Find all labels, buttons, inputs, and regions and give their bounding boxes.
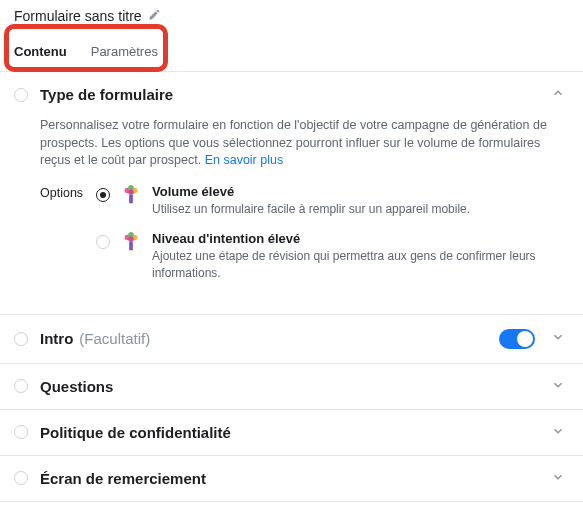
- form-title[interactable]: Formulaire sans titre: [14, 8, 142, 24]
- section-header-thankyou[interactable]: Écran de remerciement: [0, 456, 583, 501]
- radio-option-volume[interactable]: Volume élevé Utilisez un formulaire faci…: [96, 184, 569, 218]
- section-thankyou: Écran de remerciement: [0, 456, 583, 502]
- section-header-privacy[interactable]: Politique de confidentialité: [0, 410, 583, 455]
- radio-desc: Ajoutez une étape de révision qui permet…: [152, 248, 569, 282]
- chevron-down-icon[interactable]: [547, 378, 569, 395]
- status-circle-icon: [14, 379, 28, 393]
- section-title: Questions: [40, 378, 113, 395]
- status-circle-icon: [14, 471, 28, 485]
- status-circle-icon: [14, 425, 28, 439]
- section-intro: Intro (Facultatif): [0, 315, 583, 364]
- section-title: Écran de remerciement: [40, 470, 206, 487]
- options-label: Options: [40, 184, 96, 200]
- radio-title: Niveau d'intention élevé: [152, 231, 569, 246]
- section-header-form-type[interactable]: Type de formulaire: [0, 72, 583, 117]
- section-title: Type de formulaire: [40, 86, 173, 103]
- status-circle-icon: [14, 88, 28, 102]
- chevron-up-icon[interactable]: [547, 86, 569, 103]
- section-header-questions[interactable]: Questions: [0, 364, 583, 409]
- tab-content[interactable]: Contenu: [14, 32, 79, 72]
- radio-button-icon: [96, 235, 110, 249]
- status-circle-icon: [14, 332, 28, 346]
- svg-rect-0: [129, 195, 133, 203]
- bouquet-icon: [120, 184, 142, 206]
- svg-point-4: [128, 189, 134, 195]
- pencil-icon[interactable]: [148, 8, 161, 24]
- learn-more-link[interactable]: En savoir plus: [205, 153, 284, 167]
- section-title: Intro: [40, 330, 73, 347]
- form-header: Formulaire sans titre: [0, 0, 583, 26]
- desc-text: Personnalisez votre formulaire en foncti…: [40, 118, 547, 167]
- section-suffix: (Facultatif): [79, 330, 150, 347]
- svg-rect-5: [129, 242, 133, 250]
- section-questions: Questions: [0, 364, 583, 410]
- chevron-down-icon[interactable]: [547, 424, 569, 441]
- radio-button-icon: [96, 188, 110, 202]
- bouquet-icon: [120, 231, 142, 253]
- section-form-type: Type de formulaire Personnalisez votre f…: [0, 72, 583, 315]
- section-title: Politique de confidentialité: [40, 424, 231, 441]
- intro-toggle[interactable]: [499, 329, 535, 349]
- section-header-intro[interactable]: Intro (Facultatif): [0, 315, 583, 363]
- tabs-bar: Contenu Paramètres: [0, 32, 583, 72]
- form-type-radio-group: Volume élevé Utilisez un formulaire faci…: [96, 184, 569, 296]
- chevron-down-icon[interactable]: [547, 330, 569, 347]
- tab-settings[interactable]: Paramètres: [91, 32, 170, 71]
- chevron-down-icon[interactable]: [547, 470, 569, 487]
- radio-option-intent[interactable]: Niveau d'intention élevé Ajoutez une éta…: [96, 231, 569, 282]
- section-privacy: Politique de confidentialité: [0, 410, 583, 456]
- radio-title: Volume élevé: [152, 184, 569, 199]
- radio-desc: Utilisez un formulaire facile à remplir …: [152, 201, 569, 218]
- svg-point-9: [128, 237, 134, 243]
- form-type-description: Personnalisez votre formulaire en foncti…: [40, 117, 569, 170]
